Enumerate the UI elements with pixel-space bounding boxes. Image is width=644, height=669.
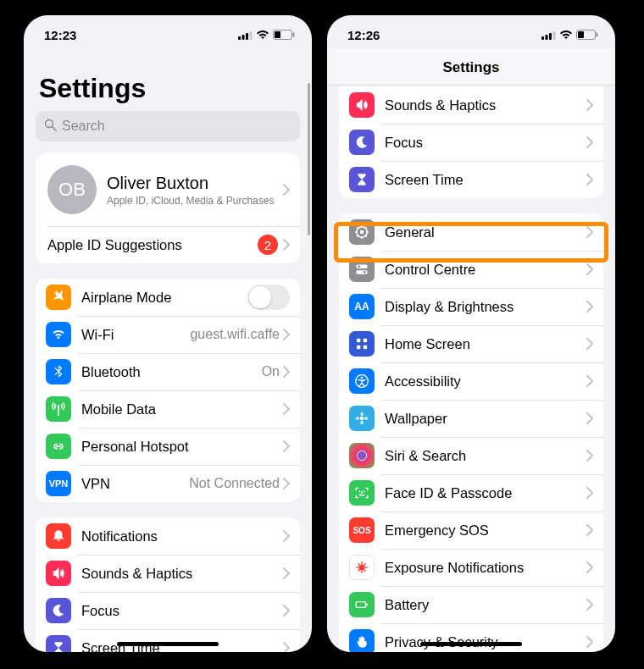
- vpn-row[interactable]: VPN VPN Not Connected: [36, 465, 300, 502]
- row-label: Exposure Notifications: [385, 560, 586, 576]
- svg-point-7: [46, 119, 53, 127]
- wallpaper-row[interactable]: Wallpaper: [339, 400, 603, 437]
- bluetooth-row[interactable]: Bluetooth On: [36, 353, 300, 390]
- battery-row[interactable]: Battery: [339, 586, 603, 623]
- svg-line-8: [53, 127, 56, 130]
- control-centre-row[interactable]: Control Centre: [339, 251, 603, 288]
- svg-rect-55: [356, 602, 365, 608]
- status-icons: [541, 30, 598, 40]
- svg-point-39: [360, 412, 363, 417]
- search-field[interactable]: [36, 111, 300, 141]
- row-label: Mobile Data: [81, 401, 283, 417]
- svg-line-51: [358, 564, 360, 566]
- profile-sub: Apple ID, iCloud, Media & Purchases: [107, 195, 283, 207]
- privacy-row[interactable]: Privacy & Security: [339, 623, 603, 652]
- row-label: Wi-Fi: [81, 327, 190, 343]
- svg-rect-32: [357, 339, 361, 343]
- row-label: Display & Brightness: [385, 299, 586, 315]
- row-label: Face ID & Passcode: [385, 485, 586, 501]
- home-screen-row[interactable]: Home Screen: [339, 325, 603, 362]
- connectivity-section: Airplane Mode Wi-Fi guest.wifi.caffe Blu…: [36, 279, 300, 502]
- sos-icon: SOS: [349, 517, 375, 543]
- svg-line-25: [365, 235, 367, 237]
- chevron-right-icon: [586, 636, 593, 648]
- svg-rect-0: [238, 36, 241, 40]
- page-title: Settings: [24, 49, 312, 111]
- personal-hotspot-row[interactable]: Personal Hotspot: [36, 428, 300, 465]
- home-indicator[interactable]: [420, 642, 522, 646]
- svg-line-52: [364, 569, 365, 571]
- battery-icon: [349, 592, 375, 617]
- svg-rect-13: [549, 33, 552, 40]
- chevron-right-icon: [283, 478, 290, 489]
- status-bar: 12:23: [24, 15, 312, 49]
- moon-icon: [349, 130, 375, 155]
- vpn-icon: VPN: [46, 471, 71, 496]
- svg-rect-10: [58, 407, 59, 416]
- svg-rect-17: [597, 33, 598, 37]
- svg-line-27: [365, 227, 367, 229]
- focus-row[interactable]: Focus: [36, 592, 300, 629]
- svg-point-19: [360, 230, 364, 235]
- svg-rect-35: [364, 346, 368, 350]
- chevron-right-icon: [283, 440, 290, 452]
- row-label: Control Centre: [385, 262, 586, 278]
- exposure-row[interactable]: Exposure Notifications: [339, 549, 603, 586]
- apple-id-suggestions-row[interactable]: Apple ID Suggestions 2: [36, 226, 300, 263]
- row-label: Emergency SOS: [385, 522, 586, 539]
- row-label: Personal Hotspot: [81, 439, 283, 455]
- svg-rect-16: [578, 31, 584, 38]
- svg-line-53: [358, 569, 360, 571]
- status-bar: 12:26: [327, 15, 615, 49]
- wifi-icon: [46, 322, 71, 347]
- chevron-right-icon: [283, 605, 290, 616]
- chevron-right-icon: [586, 599, 593, 611]
- phone-right: 12:26 Settings Sounds & Haptics Focus: [327, 15, 615, 652]
- row-label: Siri & Search: [385, 448, 586, 464]
- screentime-row[interactable]: Screen Time: [36, 629, 300, 652]
- phone-left: 12:23 Settings OB Oliver Buxton: [24, 15, 312, 652]
- siri-row[interactable]: Siri & Search: [339, 437, 603, 474]
- svg-line-54: [364, 564, 365, 566]
- airplane-mode-row[interactable]: Airplane Mode: [36, 279, 300, 316]
- sounds-row[interactable]: Sounds & Haptics: [36, 555, 300, 592]
- accessibility-row[interactable]: Accessibility: [339, 362, 603, 400]
- notification-badge: 2: [258, 235, 278, 255]
- chevron-right-icon: [586, 301, 593, 312]
- svg-rect-33: [364, 339, 368, 343]
- row-label: Focus: [385, 135, 586, 151]
- notif-section-partial: Sounds & Haptics Focus Screen Time: [339, 86, 603, 198]
- row-label: Screen Time: [385, 172, 586, 188]
- row-label: Home Screen: [385, 336, 586, 352]
- chevron-right-icon: [586, 561, 593, 573]
- scrollbar[interactable]: [308, 83, 310, 235]
- wifi-row[interactable]: Wi-Fi guest.wifi.caffe: [36, 316, 300, 353]
- row-label: Airplane Mode: [81, 290, 247, 306]
- hourglass-icon: [46, 635, 71, 652]
- home-indicator[interactable]: [117, 642, 219, 646]
- general-row[interactable]: General: [339, 213, 603, 251]
- emergency-sos-row[interactable]: SOS Emergency SOS: [339, 511, 603, 549]
- chevron-right-icon: [283, 184, 290, 196]
- notifications-section: Notifications Sounds & Haptics Focus Scr…: [36, 517, 300, 652]
- faceid-row[interactable]: Face ID & Passcode: [339, 474, 603, 511]
- text-size-icon: AA: [349, 294, 375, 319]
- gear-icon: [349, 219, 375, 245]
- svg-rect-2: [246, 33, 248, 40]
- sounds-row[interactable]: Sounds & Haptics: [339, 86, 603, 124]
- airplane-toggle[interactable]: [247, 285, 290, 310]
- battery-icon: [576, 30, 598, 40]
- chevron-right-icon: [283, 366, 290, 378]
- screentime-row[interactable]: Screen Time: [339, 161, 603, 198]
- mobile-data-row[interactable]: Mobile Data: [36, 390, 300, 428]
- notifications-row[interactable]: Notifications: [36, 517, 300, 555]
- display-row[interactable]: AA Display & Brightness: [339, 288, 603, 325]
- focus-row[interactable]: Focus: [339, 124, 603, 161]
- link-icon: [46, 434, 71, 459]
- svg-rect-3: [250, 31, 253, 40]
- svg-point-44: [358, 490, 360, 492]
- search-input[interactable]: [62, 119, 291, 134]
- apple-id-row[interactable]: OB Oliver Buxton Apple ID, iCloud, Media…: [36, 153, 300, 226]
- wifi-icon: [256, 30, 269, 40]
- status-icons: [238, 30, 295, 40]
